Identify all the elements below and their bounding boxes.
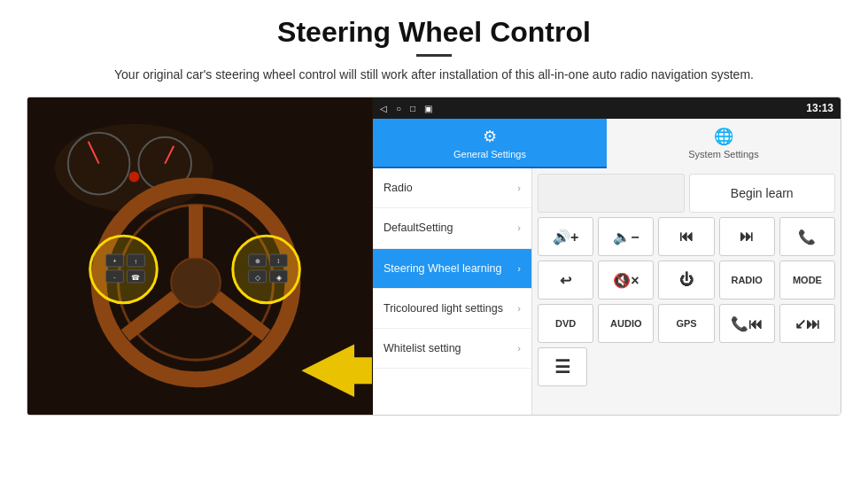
tab-general-label: General Settings: [453, 149, 526, 160]
mode-label: MODE: [793, 275, 822, 285]
phone-button[interactable]: 📞: [779, 217, 835, 256]
recents-icon[interactable]: □: [410, 104, 415, 113]
svg-text:⊕: ⊕: [255, 258, 260, 264]
prev-track-button[interactable]: ⏮: [658, 217, 714, 256]
menu-whitelist-label: Whitelist setting: [384, 341, 461, 355]
svg-point-9: [171, 258, 221, 307]
mute-icon: 🔇×: [613, 272, 639, 289]
tab-general[interactable]: ⚙ General Settings: [373, 119, 607, 168]
phone-icon: 📞: [798, 229, 816, 245]
vol-up-button[interactable]: 🔊+: [538, 217, 593, 256]
gps-label: GPS: [676, 318, 696, 329]
page-subtitle: Your original car's steering wheel contr…: [114, 66, 754, 84]
screenshot-icon[interactable]: ▣: [424, 104, 432, 113]
tab-system[interactable]: 🌐 System Settings: [607, 119, 841, 168]
audio-button[interactable]: AUDIO: [598, 304, 654, 343]
gear-icon: ⚙: [483, 127, 497, 146]
scan-icon: ☰: [554, 356, 570, 377]
nav-call-next-icon: ↙⏭: [794, 315, 820, 332]
svg-text:↑: ↑: [134, 258, 137, 266]
dvd-label: DVD: [555, 318, 576, 329]
ctrl-row-2: ↩ 🔇× ⏻ RADIO MODE: [538, 261, 835, 300]
nav-call-next-button[interactable]: ↙⏭: [779, 304, 835, 343]
begin-learn-row: Begin learn: [538, 174, 835, 213]
status-time: 13:13: [806, 102, 833, 114]
status-bar-left: ◁ ○ □ ▣: [380, 104, 432, 113]
menu-item-radio[interactable]: Radio ›: [373, 168, 531, 208]
svg-text:◈: ◈: [276, 274, 283, 282]
android-ui: ◁ ○ □ ▣ 13:13 ⚙ General Settings 🌐 Syste…: [373, 97, 841, 415]
menu-steering-label: Steering Wheel learning: [384, 261, 501, 276]
dvd-button[interactable]: DVD: [538, 304, 593, 343]
scan-button[interactable]: ☰: [538, 347, 587, 386]
ctrl-row-4: ☰: [538, 347, 835, 386]
audio-label: AUDIO: [610, 318, 641, 329]
hang-up-button[interactable]: ↩: [538, 261, 593, 300]
menu-radio-label: Radio: [384, 181, 413, 195]
power-icon: ⏻: [679, 272, 694, 288]
svg-text:↕: ↕: [277, 257, 281, 265]
begin-learn-button[interactable]: Begin learn: [689, 174, 836, 213]
menu-item-tricoloured[interactable]: Tricoloured light settings ›: [373, 289, 531, 329]
steering-image: + - ↑ ☎ ⊕ ◇ ↕ ◈: [27, 97, 373, 415]
menu-item-whitelist[interactable]: Whitelist setting ›: [373, 329, 531, 369]
title-divider: [416, 54, 452, 57]
chevron-icon-tricoloured: ›: [517, 303, 521, 314]
svg-point-6: [128, 172, 139, 183]
status-bar: ◁ ○ □ ▣ 13:13: [373, 97, 841, 119]
menu-list: Radio › DefaultSetting › Steering Wheel …: [373, 168, 532, 415]
tab-system-label: System Settings: [688, 149, 758, 160]
menu-tricoloured-label: Tricoloured light settings: [384, 301, 503, 315]
vol-up-icon: 🔊+: [553, 229, 578, 245]
mode-button[interactable]: MODE: [779, 261, 835, 300]
svg-text:-: -: [113, 274, 115, 280]
back-icon[interactable]: ◁: [380, 104, 387, 113]
svg-text:◇: ◇: [255, 274, 261, 282]
empty-cell: [538, 174, 685, 213]
menu-item-steering[interactable]: Steering Wheel learning ›: [373, 249, 531, 289]
gps-button[interactable]: GPS: [658, 304, 714, 343]
controls-panel: Begin learn 🔊+ 🔈− ⏮: [532, 168, 841, 415]
globe-icon: 🌐: [714, 127, 733, 146]
next-track-icon: ⏭: [740, 229, 754, 245]
menu-item-default[interactable]: DefaultSetting ›: [373, 208, 531, 248]
hang-up-icon: ↩: [560, 272, 571, 289]
steering-bg: + - ↑ ☎ ⊕ ◇ ↕ ◈: [27, 97, 373, 415]
main-area: Radio › DefaultSetting › Steering Wheel …: [373, 168, 841, 415]
chevron-icon-default: ›: [517, 222, 521, 233]
mute-button[interactable]: 🔇×: [598, 261, 654, 300]
menu-default-label: DefaultSetting: [384, 221, 453, 235]
ctrl-row-3: DVD AUDIO GPS 📞⏮ ↙⏭: [538, 304, 835, 343]
vol-down-icon: 🔈−: [613, 229, 639, 245]
home-icon[interactable]: ○: [396, 104, 401, 113]
svg-point-13: [90, 236, 158, 303]
svg-point-22: [233, 236, 300, 303]
prev-track-icon: ⏮: [679, 229, 694, 245]
svg-text:☎: ☎: [131, 274, 140, 282]
page-container: Steering Wheel Control Your original car…: [0, 0, 868, 498]
chevron-icon-whitelist: ›: [517, 343, 521, 354]
next-track-button[interactable]: ⏭: [719, 217, 775, 256]
radio-mode-button[interactable]: RADIO: [719, 261, 775, 300]
page-title: Steering Wheel Control: [277, 16, 591, 49]
nav-tabs: ⚙ General Settings 🌐 System Settings: [373, 119, 841, 168]
chevron-icon-steering: ›: [517, 263, 521, 274]
chevron-icon-radio: ›: [517, 183, 521, 193]
nav-call-prev-button[interactable]: 📞⏮: [719, 304, 775, 343]
ctrl-row-1: 🔊+ 🔈− ⏮ ⏭ 📞: [538, 217, 835, 256]
power-button[interactable]: ⏻: [658, 261, 714, 300]
vol-down-button[interactable]: 🔈−: [598, 217, 654, 256]
svg-text:+: +: [113, 258, 117, 264]
content-row: + - ↑ ☎ ⊕ ◇ ↕ ◈: [27, 97, 841, 416]
nav-call-prev-icon: 📞⏮: [731, 315, 763, 332]
radio-mode-label: RADIO: [731, 275, 762, 285]
